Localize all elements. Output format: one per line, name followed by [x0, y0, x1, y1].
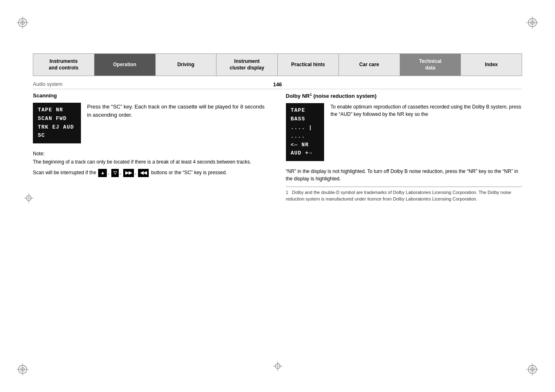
scanning-description: Press the “SC” key. Each track on the ca… [87, 103, 269, 119]
interruption-text: Scan will be interrupted if the ▲, ▽, ▶▶… [33, 169, 269, 177]
nav-item-instrument-cluster[interactable]: Instrument cluster display [216, 54, 278, 76]
nav-item-technical-data[interactable]: Technical data [400, 54, 461, 76]
scanning-section: Scanning TAPE NR SCAN FWD TRK EJ AUD SC … [33, 92, 269, 202]
nav-item-practical-hints[interactable]: Practical hints [278, 54, 339, 76]
dolby-lcd: TAPE BASS .... | .... <— NR AUD +→ [286, 103, 325, 161]
dolby-description-top: To enable optimum reproduction of casset… [330, 103, 522, 118]
dolby-lcd-line2: .... | .... [291, 124, 320, 141]
navigation-bar: Instruments and controls Operation Drivi… [33, 53, 522, 76]
lcd-line1: TAPE NR [38, 106, 76, 115]
nav-item-operation[interactable]: Operation [94, 54, 156, 76]
crosshair-mid-left [24, 193, 34, 204]
scanning-title: Scanning [33, 92, 269, 99]
scanning-lcd: TAPE NR SCAN FWD TRK EJ AUD SC [33, 103, 81, 143]
page-number: 146 [273, 81, 282, 88]
button-ff-icon: ▶▶ [123, 169, 134, 177]
button-up-icon: ▲ [98, 169, 107, 177]
scanning-block: TAPE NR SCAN FWD TRK EJ AUD SC Press the… [33, 103, 269, 147]
lcd-line3: TRK EJ AUD SC [38, 123, 76, 141]
dolby-lcd-line1: TAPE BASS [291, 106, 320, 124]
nav-item-index[interactable]: Index [461, 54, 522, 76]
dolby-lcd-line3: <— NR AUD +→ [291, 141, 320, 158]
nav-item-car-care[interactable]: Car care [339, 54, 400, 76]
note-label: Note: [33, 151, 269, 157]
button-down-icon: ▽ [111, 169, 119, 177]
dolby-block: TAPE BASS .... | .... <— NR AUD +→ To en… [286, 103, 523, 164]
corner-decoration-tl [16, 16, 41, 41]
dolby-section: Dolby NR1 (noise reduction system) TAPE … [286, 92, 523, 202]
corner-decoration-tr [514, 16, 539, 41]
lcd-line2: SCAN FWD [38, 115, 76, 123]
nav-item-instruments[interactable]: Instruments and controls [33, 54, 94, 76]
note-text: The beginning of a track can only be loc… [33, 158, 269, 166]
nav-item-driving[interactable]: Driving [156, 54, 217, 76]
crosshair-bottom-center [273, 361, 283, 372]
dolby-title: Dolby NR1 (noise reduction system) [286, 92, 523, 99]
section-title: Audio system [33, 81, 62, 87]
button-rew-icon: ◀◀ [138, 169, 149, 177]
main-content: Scanning TAPE NR SCAN FWD TRK EJ AUD SC … [33, 88, 522, 359]
dolby-description-mid: “NR” in the display is not highlighted. … [286, 168, 523, 182]
dolby-footnote: 1 Dolby and the double-D symbol are trad… [286, 187, 523, 202]
